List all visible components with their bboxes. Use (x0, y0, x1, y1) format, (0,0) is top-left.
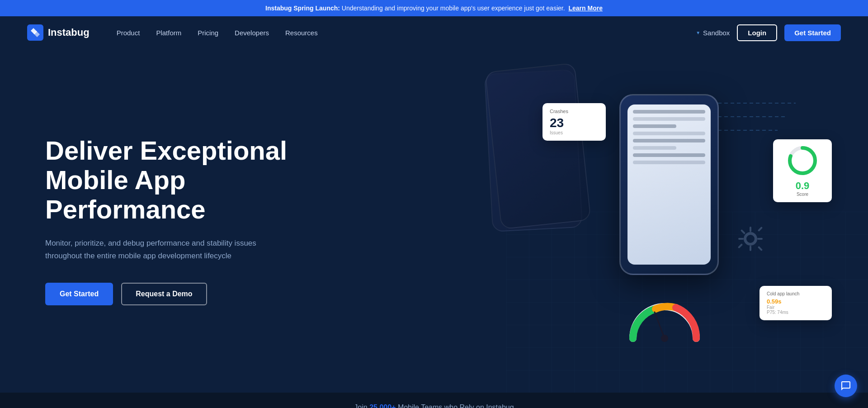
gear-icon (732, 221, 769, 257)
nav-developers[interactable]: Developers (235, 29, 269, 37)
screen-line-7 (633, 153, 705, 157)
hero-title-line2: Mobile App Performance (45, 165, 206, 224)
chat-icon (840, 380, 851, 391)
screen-content (627, 104, 711, 173)
hero-subtitle: Monitor, prioritize, and debug performan… (45, 237, 280, 263)
screen-line-2 (633, 117, 705, 121)
nav-product[interactable]: Product (117, 29, 140, 37)
announcement-link[interactable]: Learn More (568, 5, 602, 12)
screen-line-3 (633, 124, 676, 128)
sandbox-arrow-icon: ▼ (696, 30, 700, 35)
sandbox-label: Sandbox (703, 29, 730, 37)
announcement-bold: Instabug Spring Launch: (265, 5, 340, 12)
hero-illustration: Crashes 23 Issues 0.9 Score (479, 49, 868, 393)
score-donut-chart (787, 145, 818, 176)
perf-card-rating: Fair (767, 305, 825, 310)
screen-line-5 (633, 139, 705, 142)
phone-body (619, 94, 719, 275)
sandbox-button[interactable]: ▼ Sandbox (696, 29, 730, 37)
svg-point-8 (661, 335, 668, 342)
login-button[interactable]: Login (737, 24, 777, 41)
svg-line-7 (655, 312, 665, 338)
score-card: 0.9 Score (773, 139, 832, 202)
screen-line-1 (633, 110, 705, 114)
score-circle-chart (787, 145, 818, 176)
navbar: Instabug Product Platform Pricing Develo… (0, 16, 868, 49)
nav-platform[interactable]: Platform (156, 29, 181, 37)
get-started-hero-button[interactable]: Get Started (45, 283, 113, 305)
speedometer-svg (624, 289, 705, 347)
illustration-container: Crashes 23 Issues 0.9 Score (479, 49, 868, 393)
request-demo-button[interactable]: Request a Demo (121, 283, 207, 305)
hero-section: Deliver Exceptional Mobile App Performan… (0, 49, 868, 393)
join-text: Join (354, 403, 369, 408)
hero-title: Deliver Exceptional Mobile App Performan… (45, 136, 326, 224)
crashes-card: Crashes 23 Issues (542, 103, 606, 141)
announcement-bar: Instabug Spring Launch: Understanding an… (0, 0, 868, 16)
screen-line-4 (633, 132, 705, 135)
hero-title-line1: Deliver Exceptional (45, 136, 287, 165)
crashes-card-number: 23 (550, 116, 599, 130)
logo-link[interactable]: Instabug (27, 24, 90, 41)
score-value: 0.9 (780, 180, 825, 192)
nav-right: ▼ Sandbox Login Get Started (696, 24, 841, 41)
bottom-join-section: Join 25,000+ Mobile Teams who Rely on In… (0, 393, 868, 408)
phone-card-back1 (485, 63, 591, 230)
crashes-card-sub: Issues (550, 130, 599, 135)
instabug-logo-icon (27, 24, 43, 41)
join-text2: Mobile Teams who Rely on Instabug (396, 403, 514, 408)
nav-pricing[interactable]: Pricing (198, 29, 218, 37)
logo-text: Instabug (48, 27, 90, 38)
chat-button[interactable] (835, 375, 857, 397)
gear-decoration (732, 221, 769, 259)
perf-card-sub: P75: 74ms (767, 310, 825, 315)
crashes-card-title: Crashes (550, 109, 599, 114)
get-started-nav-button[interactable]: Get Started (784, 24, 841, 41)
nav-resources[interactable]: Resources (285, 29, 318, 37)
hero-left: Deliver Exceptional Mobile App Performan… (45, 136, 326, 306)
perf-card-value: 0.59s (767, 298, 825, 305)
announcement-text: Understanding and improving your mobile … (342, 5, 565, 12)
screen-line-8 (633, 161, 705, 164)
screen-line-6 (633, 146, 676, 150)
performance-card: Cold app launch 0.59s Fair P75: 74ms (760, 286, 832, 320)
phone-mockup (597, 85, 741, 275)
nav-links: Product Platform Pricing Developers Reso… (117, 29, 696, 37)
perf-card-title: Cold app launch (767, 291, 825, 296)
join-highlight: 25,000+ (369, 403, 396, 408)
score-label: Score (780, 192, 825, 197)
phone-screen (627, 104, 711, 265)
hero-buttons: Get Started Request a Demo (45, 283, 326, 305)
speedometer-widget (624, 289, 705, 347)
